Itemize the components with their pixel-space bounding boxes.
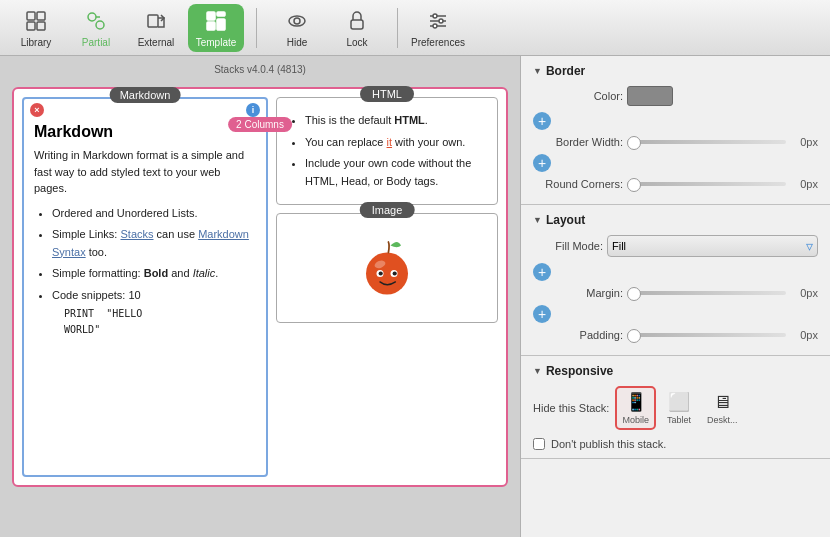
round-corners-label: Round Corners:: [533, 178, 623, 190]
padding-slider[interactable]: [627, 333, 786, 337]
right-panel: ▼ Border Color: + Border Width: 0px +: [520, 56, 830, 537]
add-padding-row: +: [533, 305, 818, 323]
partial-button[interactable]: Partial: [68, 4, 124, 52]
responsive-collapse-icon: ▼: [533, 366, 542, 376]
mobile-device-button[interactable]: 📱 Mobile: [615, 386, 656, 430]
desktop-icon: 🖥: [713, 392, 731, 413]
border-width-label: Border Width:: [533, 136, 623, 148]
responsive-section: ▼ Responsive Hide this Stack: 📱 Mobile ⬜…: [521, 356, 830, 459]
hide-stack-row: Hide this Stack: 📱 Mobile ⬜ Tablet 🖥 Des…: [533, 386, 818, 430]
tablet-icon: ⬜: [668, 391, 690, 413]
template-icon: [202, 7, 230, 35]
image-header: Image: [360, 202, 415, 218]
main-area: Stacks v4.0.4 (4813) 2 Columns Markdown …: [0, 56, 830, 537]
border-collapse-icon: ▼: [533, 66, 542, 76]
list-item: Code snippets: 10 PRINT "HELLO WORLD": [52, 287, 256, 339]
external-label: External: [138, 37, 175, 48]
color-label: Color:: [533, 90, 623, 102]
margin-row: Margin: 0px: [533, 287, 818, 299]
tablet-label: Tablet: [667, 415, 691, 425]
right-column: HTML This is the default HTML. You can r…: [276, 97, 498, 477]
partial-label: Partial: [82, 37, 110, 48]
add-margin-button[interactable]: +: [533, 263, 551, 281]
svg-rect-6: [148, 15, 158, 27]
toolbar-separator-2: [397, 8, 398, 48]
svg-rect-13: [351, 20, 363, 29]
canvas-area: Stacks v4.0.4 (4813) 2 Columns Markdown …: [0, 56, 520, 537]
dont-publish-label: Don't publish this stack.: [551, 438, 666, 450]
svg-point-25: [393, 272, 397, 276]
external-button[interactable]: External: [128, 4, 184, 52]
mobile-label: Mobile: [622, 415, 649, 425]
list-item: Simple Links: Stacks can use Markdown Sy…: [52, 226, 256, 261]
preferences-button[interactable]: Preferences: [410, 4, 466, 52]
add-border-button[interactable]: +: [533, 112, 551, 130]
tablet-device-button[interactable]: ⬜ Tablet: [662, 388, 696, 428]
svg-point-12: [294, 18, 300, 24]
stacks-link[interactable]: Stacks: [120, 228, 153, 240]
library-button[interactable]: Library: [8, 4, 64, 52]
margin-slider[interactable]: [627, 291, 786, 295]
padding-label: Padding:: [533, 329, 623, 341]
margin-label: Margin:: [533, 287, 623, 299]
layout-collapse-icon: ▼: [533, 215, 542, 225]
round-corners-value: 0px: [790, 178, 818, 190]
it-link[interactable]: it: [387, 136, 393, 148]
lock-button[interactable]: Lock: [329, 4, 385, 52]
canvas-inner: 2 Columns Markdown × i Markdown Writing …: [12, 87, 508, 487]
svg-point-19: [433, 24, 437, 28]
fill-mode-value: Fill: [612, 240, 626, 252]
fill-mode-label: Fill Mode:: [533, 240, 603, 252]
svg-point-4: [88, 13, 96, 21]
responsive-section-header[interactable]: ▼ Responsive: [533, 364, 818, 378]
layout-section-title: Layout: [546, 213, 585, 227]
lock-icon: [343, 7, 371, 35]
svg-rect-3: [37, 22, 45, 30]
preferences-label: Preferences: [411, 37, 465, 48]
dont-publish-row: Don't publish this stack.: [533, 438, 818, 450]
svg-rect-7: [207, 12, 215, 20]
svg-point-5: [96, 21, 104, 29]
fill-mode-row: Fill Mode: Fill▿: [533, 235, 818, 257]
toolbar: Library Partial External: [0, 0, 830, 56]
border-width-slider[interactable]: [627, 140, 786, 144]
hide-icon: [283, 7, 311, 35]
desktop-label: Deskt...: [707, 415, 738, 425]
round-corners-slider[interactable]: [627, 182, 786, 186]
dont-publish-checkbox[interactable]: [533, 438, 545, 450]
list-item: Ordered and Unordered Lists.: [52, 205, 256, 223]
desktop-device-button[interactable]: 🖥 Deskt...: [702, 389, 743, 428]
fill-mode-chevron-icon: ▿: [806, 238, 813, 254]
add-round-button[interactable]: +: [533, 154, 551, 172]
svg-rect-10: [207, 22, 215, 30]
svg-point-18: [439, 19, 443, 23]
svg-point-20: [366, 253, 408, 295]
preferences-icon: [424, 7, 452, 35]
partial-icon: [82, 7, 110, 35]
margin-value: 0px: [790, 287, 818, 299]
layout-section: ▼ Layout Fill Mode: Fill▿ + Margin: 0px …: [521, 205, 830, 356]
close-icon[interactable]: ×: [30, 103, 44, 117]
hide-label: Hide: [287, 37, 308, 48]
list-item: You can replace it with your own.: [305, 134, 487, 152]
template-button[interactable]: Template: [188, 4, 244, 52]
svg-rect-2: [27, 22, 35, 30]
hide-button[interactable]: Hide: [269, 4, 325, 52]
color-swatch[interactable]: [627, 86, 673, 106]
markdown-header: Markdown: [110, 87, 181, 103]
markdown-list: Ordered and Unordered Lists. Simple Link…: [34, 205, 256, 339]
html-list: This is the default HTML. You can replac…: [287, 112, 487, 190]
add-padding-button[interactable]: +: [533, 305, 551, 323]
layout-section-header[interactable]: ▼ Layout: [533, 213, 818, 227]
round-corners-row: Round Corners: 0px: [533, 178, 818, 190]
fill-mode-select[interactable]: Fill▿: [607, 235, 818, 257]
svg-rect-8: [217, 12, 225, 16]
list-item: This is the default HTML.: [305, 112, 487, 130]
columns-layout: Markdown × i Markdown Writing in Markdow…: [22, 97, 498, 477]
toolbar-separator-1: [256, 8, 257, 48]
svg-point-23: [379, 272, 383, 276]
border-section-header[interactable]: ▼ Border: [533, 64, 818, 78]
info-icon[interactable]: i: [246, 103, 260, 117]
markdown-block: Markdown × i Markdown Writing in Markdow…: [22, 97, 268, 477]
border-width-value: 0px: [790, 136, 818, 148]
